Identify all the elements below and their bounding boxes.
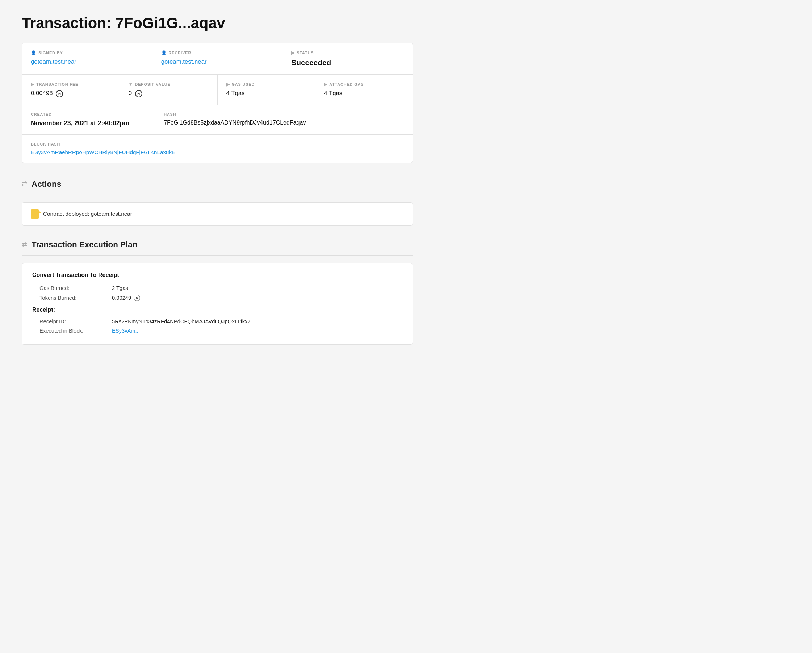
execution-divider [22,255,413,256]
info-row-fees: ▶ TRANSACTION FEE 0.00498 N ▼ DEPOSIT VA… [22,75,412,105]
execution-title: Transaction Execution Plan [32,240,137,250]
status-icon: ▶ [291,50,295,55]
block-hash-cell: BLOCK HASH ESy3vAmRaehRRpoHpWCHRiy8NjFUH… [22,135,412,163]
near-symbol-tx-fee: N [56,90,63,97]
attached-gas-icon: ▶ [324,82,327,87]
attached-gas-value: 4 Tgas [324,90,404,97]
transaction-info-card: 👤 SIGNED BY goteam.test.near 👤 RECEIVER … [22,43,413,163]
deposit-icon: ▼ [128,82,133,87]
execution-plan-title: Convert Transaction To Receipt [32,272,402,279]
contract-icon [31,209,39,219]
action-text: Contract deployed: goteam.test.near [43,211,132,217]
receiver-label: 👤 RECEIVER [161,50,274,55]
tokens-burned-value: 0.00249 N [112,295,140,301]
tokens-burned-row: Tokens Burned: 0.00249 N [32,293,402,303]
status-cell: ▶ STATUS Succeeded [282,43,412,74]
gas-used-cell: ▶ GAS USED 4 Tgas [218,75,316,105]
attached-gas-label: ▶ ATTACHED GAS [324,82,404,87]
actions-title: Actions [32,180,61,189]
actions-divider [22,195,413,195]
signed-by-cell: 👤 SIGNED BY goteam.test.near [22,43,153,74]
execution-section-header: ⇄ Transaction Execution Plan [22,234,413,255]
deposit-cell: ▼ DEPOSIT VALUE 0 N [120,75,218,105]
page-title: Transaction: 7FoGi1G...aqav [22,14,413,32]
near-symbol-tokens-burned: N [134,295,140,301]
info-row-block-hash: BLOCK HASH ESy3vAmRaehRRpoHpWCHRiy8NjFUH… [22,135,412,163]
receipt-id-value: 5Rs2PKmyN1o34zRFd4NPdCFQbMAJAVdLQJpQ2Luf… [112,318,254,324]
deposit-value: 0 N [128,90,209,97]
signed-by-value[interactable]: goteam.test.near [31,58,143,65]
receiver-person-icon: 👤 [161,50,167,55]
hash-label: HASH [164,112,404,117]
info-row-signers: 👤 SIGNED BY goteam.test.near 👤 RECEIVER … [22,43,412,75]
gas-burned-row: Gas Burned: 2 Tgas [32,283,402,293]
coin-icon: ▶ [31,82,34,87]
gas-used-label: ▶ GAS USED [226,82,307,87]
block-hash-label: BLOCK HASH [31,142,404,146]
gas-burned-label: Gas Burned: [40,285,112,291]
receipt-label: Receipt: [32,307,402,313]
hash-cell: HASH 7FoGi1Gd8Bs5zjxdaaADYN9rpfhDJv4ud17… [155,105,412,134]
created-value: November 23, 2021 at 2:40:02pm [31,119,146,127]
deposit-label: ▼ DEPOSIT VALUE [128,82,209,87]
created-cell: CREATED November 23, 2021 at 2:40:02pm [22,105,155,134]
tokens-burned-label: Tokens Burned: [40,295,112,301]
receipt-section: Receipt: Receipt ID: 5Rs2PKmyN1o34zRFd4N… [32,307,402,336]
near-symbol-deposit: N [135,90,142,97]
tx-fee-value: 0.00498 N [31,90,111,97]
hash-value: 7FoGi1Gd8Bs5zjxdaaADYN9rpfhDJv4ud17CLeqF… [164,119,404,126]
action-card: Contract deployed: goteam.test.near [22,202,413,225]
tx-fee-cell: ▶ TRANSACTION FEE 0.00498 N [22,75,120,105]
executed-in-block-row: Executed in Block: ESy3vAm... [32,326,402,336]
execution-card: Convert Transaction To Receipt Gas Burne… [22,263,413,345]
tx-fee-label: ▶ TRANSACTION FEE [31,82,111,87]
info-row-created-hash: CREATED November 23, 2021 at 2:40:02pm H… [22,105,412,135]
execution-arrows-icon: ⇄ [22,241,27,248]
executed-in-block-value[interactable]: ESy3vAm... [112,328,140,334]
action-text-value[interactable]: goteam.test.near [91,211,132,217]
person-icon: 👤 [31,50,37,55]
actions-section-header: ⇄ Actions [22,174,413,195]
receiver-value[interactable]: goteam.test.near [161,58,274,65]
status-label: ▶ STATUS [291,50,404,55]
gas-used-value: 4 Tgas [226,90,307,97]
attached-gas-cell: ▶ ATTACHED GAS 4 Tgas [315,75,412,105]
gas-burned-value: 2 Tgas [112,285,128,291]
block-hash-value[interactable]: ESy3vAmRaehRRpoHpWCHRiy8NjFUHdqFjF6TKnLa… [31,149,404,155]
status-badge: Succeeded [291,58,404,67]
executed-in-block-label: Executed in Block: [40,328,112,334]
gas-used-icon: ▶ [226,82,230,87]
created-label: CREATED [31,112,146,117]
receipt-id-row: Receipt ID: 5Rs2PKmyN1o34zRFd4NPdCFQbMAJ… [32,317,402,326]
actions-arrows-icon: ⇄ [22,180,27,188]
signed-by-label: 👤 SIGNED BY [31,50,143,55]
receipt-id-label: Receipt ID: [40,318,112,324]
action-text-prefix: Contract deployed: [43,211,90,217]
receiver-cell: 👤 RECEIVER goteam.test.near [153,43,283,74]
